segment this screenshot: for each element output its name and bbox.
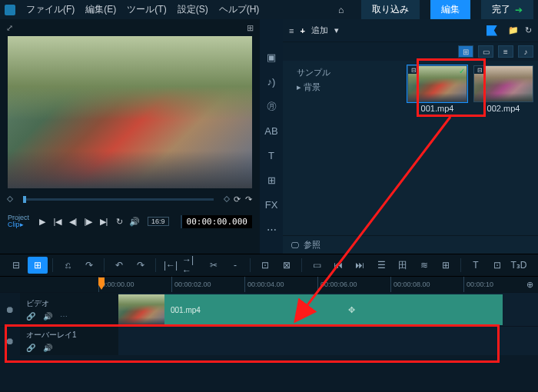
track-link-icon[interactable]: 🔗 bbox=[26, 344, 35, 352]
repeat-button[interactable]: ↻ bbox=[112, 217, 126, 227]
tab-done[interactable]: 完了 ➔ bbox=[481, 0, 533, 19]
ruler-tick: 00:00:04.00 bbox=[244, 277, 317, 292]
tool-button[interactable]: ⏮ bbox=[328, 257, 348, 274]
clip-label[interactable]: Clip▸ bbox=[8, 221, 29, 228]
prev-frame-button[interactable]: ◀| bbox=[66, 217, 80, 227]
timeline-clip[interactable]: 001.mp4 ✥ bbox=[118, 294, 503, 325]
tool-button[interactable]: - bbox=[225, 257, 245, 274]
flag-icon[interactable] bbox=[487, 25, 497, 36]
undo-button[interactable]: ↶ bbox=[109, 257, 129, 274]
tool-button[interactable]: ≋ bbox=[414, 257, 434, 274]
add-label[interactable]: 追加 bbox=[311, 25, 328, 36]
menu-help[interactable]: ヘルプ(H) bbox=[219, 3, 260, 16]
tool-more-icon[interactable]: ⋯ bbox=[267, 222, 277, 236]
film-icon: ⊟ bbox=[474, 66, 485, 74]
track-overlay: ⏺ オーバーレイ1 🔗 🔊 bbox=[0, 326, 538, 355]
goto-icon[interactable]: ↷ bbox=[245, 194, 252, 204]
add-dropdown-icon[interactable]: ▾ bbox=[334, 25, 339, 35]
home-icon[interactable]: ⌂ bbox=[331, 5, 350, 15]
ruler-tick: 00:00:02.00 bbox=[171, 277, 244, 292]
library-item[interactable]: ⊟ 002.mp4 bbox=[473, 65, 533, 113]
aspect-ratio[interactable]: 16:9 bbox=[148, 217, 169, 226]
view-wide-button[interactable]: ▭ bbox=[478, 45, 493, 58]
scrub-bar: ⟳ ↷ bbox=[0, 188, 260, 210]
tab-edit[interactable]: 編集 bbox=[430, 0, 470, 19]
tool-button[interactable]: ☰ bbox=[371, 257, 391, 274]
tool-fx-icon[interactable]: FX bbox=[265, 198, 278, 211]
goto-end-button[interactable]: ▶| bbox=[97, 217, 111, 227]
split-button[interactable]: ✂ bbox=[204, 257, 224, 274]
menu-bar: ファイル(F) 編集(E) ツール(T) 設定(S) ヘルプ(H) ⌂ 取り込み… bbox=[0, 0, 538, 19]
tool-button[interactable]: ⊠ bbox=[277, 257, 297, 274]
view-list-button[interactable]: ≡ bbox=[498, 45, 513, 58]
timeline-toolbar: ⊟ ⊞ ⎌ ↷ ↶ ↷ |←| →|← ✂ - ⊡ ⊠ ▭ ⏮ ⏭ ☰ 田 ≋ … bbox=[0, 254, 538, 277]
menu-edit[interactable]: 編集(E) bbox=[85, 3, 116, 16]
move-icon[interactable]: ✥ bbox=[201, 305, 503, 315]
zoom-icon[interactable]: ⊕ bbox=[526, 280, 533, 290]
track-volume-icon[interactable]: 🔊 bbox=[43, 312, 52, 321]
redo-button[interactable]: ↷ bbox=[131, 257, 151, 274]
tool-button[interactable]: ⊡ bbox=[487, 257, 507, 274]
track-label: オーバーレイ1 bbox=[26, 330, 112, 341]
menu-settings[interactable]: 設定(S) bbox=[178, 3, 208, 16]
tree-background[interactable]: ▸ 背景 bbox=[291, 80, 395, 95]
tool-title-ab-icon[interactable]: AB bbox=[264, 124, 277, 138]
expand-icon[interactable]: ⤢ bbox=[6, 23, 13, 33]
done-arrow-icon: ➔ bbox=[515, 5, 523, 15]
tool-button[interactable]: ▭ bbox=[307, 257, 327, 274]
loop-icon[interactable]: ⟳ bbox=[234, 194, 241, 204]
next-frame-button[interactable]: |▶ bbox=[81, 217, 95, 227]
browse-icon[interactable]: 🖵 bbox=[291, 241, 299, 250]
browse-label[interactable]: 参照 bbox=[304, 239, 320, 251]
lib-menu-icon[interactable]: ≡ bbox=[289, 26, 294, 35]
folder-icon[interactable]: 📁 bbox=[508, 25, 519, 35]
tool-text-icon[interactable]: T bbox=[268, 148, 274, 162]
track-lane[interactable]: 001.mp4 ✥ bbox=[118, 293, 538, 326]
tool-button[interactable]: ⏭ bbox=[350, 257, 370, 274]
tool-button[interactable]: T₃D bbox=[509, 257, 529, 274]
tree-sample[interactable]: サンプル bbox=[291, 65, 395, 80]
tool-media-icon[interactable]: ▣ bbox=[267, 50, 276, 64]
tool-transition-icon[interactable]: ㊊ bbox=[267, 99, 277, 113]
volume-button[interactable]: 🔊 bbox=[128, 217, 141, 227]
timeline-ruler[interactable]: 0:00:00.00 00:00:02.00 00:00:04.00 00:00… bbox=[0, 277, 538, 292]
tool-button[interactable]: 田 bbox=[393, 257, 413, 274]
goto-start-button[interactable]: |◀ bbox=[51, 217, 65, 227]
tool-button[interactable]: T bbox=[466, 257, 486, 274]
tool-button[interactable]: ⊡ bbox=[255, 257, 275, 274]
view-audio-button[interactable]: ♪ bbox=[518, 45, 533, 58]
track-camera-icon[interactable]: ⏺ bbox=[0, 327, 20, 355]
tool-audio-icon[interactable]: ♪) bbox=[267, 75, 276, 88]
storyboard-view-button[interactable]: ⊟ bbox=[6, 257, 26, 274]
tool-button[interactable]: |←| bbox=[161, 257, 181, 274]
view-grid-button[interactable]: ⊞ bbox=[458, 45, 473, 58]
scrub-end-icon[interactable] bbox=[224, 196, 230, 202]
tool-button[interactable]: ↷ bbox=[79, 257, 99, 274]
tab-capture[interactable]: 取り込み bbox=[361, 0, 420, 19]
track-lane[interactable] bbox=[118, 327, 538, 355]
timecode[interactable]: 00:00:00.000 bbox=[181, 215, 252, 228]
track-more-icon[interactable]: ⋯ bbox=[60, 312, 68, 321]
preview-video[interactable] bbox=[8, 36, 252, 188]
ruler-tick: 0:00:00.00 bbox=[98, 277, 171, 292]
tool-button[interactable]: ⊞ bbox=[436, 257, 456, 274]
menu-file[interactable]: ファイル(F) bbox=[26, 3, 75, 16]
add-plus-icon[interactable]: + bbox=[300, 26, 304, 35]
snapshot-icon[interactable]: ⊞ bbox=[247, 23, 254, 33]
menu-tools[interactable]: ツール(T) bbox=[127, 3, 166, 16]
tool-button[interactable]: →|← bbox=[182, 257, 202, 274]
play-button[interactable]: ▶ bbox=[35, 217, 49, 227]
library-item[interactable]: ⊟ ✓ 001.mp4 bbox=[407, 65, 467, 113]
track-camera-icon[interactable]: ⏺ bbox=[0, 293, 20, 326]
rotate-icon[interactable]: ↻ bbox=[525, 25, 532, 35]
scrub-start-icon[interactable] bbox=[7, 196, 13, 202]
tool-graphic-icon[interactable]: ⊞ bbox=[267, 173, 276, 187]
scrub-track[interactable] bbox=[23, 198, 214, 201]
track-volume-icon[interactable]: 🔊 bbox=[43, 344, 52, 352]
film-icon: ⊟ bbox=[408, 66, 419, 74]
track-link-icon[interactable]: 🔗 bbox=[26, 312, 35, 321]
main-area: ⤢ ⊞ ⟳ ↷ Project Clip▸ ▶ |◀ ◀| |▶ ▶| ↻ 🔊 … bbox=[0, 19, 538, 254]
tool-button[interactable]: ⎌ bbox=[58, 257, 78, 274]
timeline-view-button[interactable]: ⊞ bbox=[28, 257, 48, 274]
timeline: 0:00:00.00 00:00:02.00 00:00:04.00 00:00… bbox=[0, 277, 538, 390]
